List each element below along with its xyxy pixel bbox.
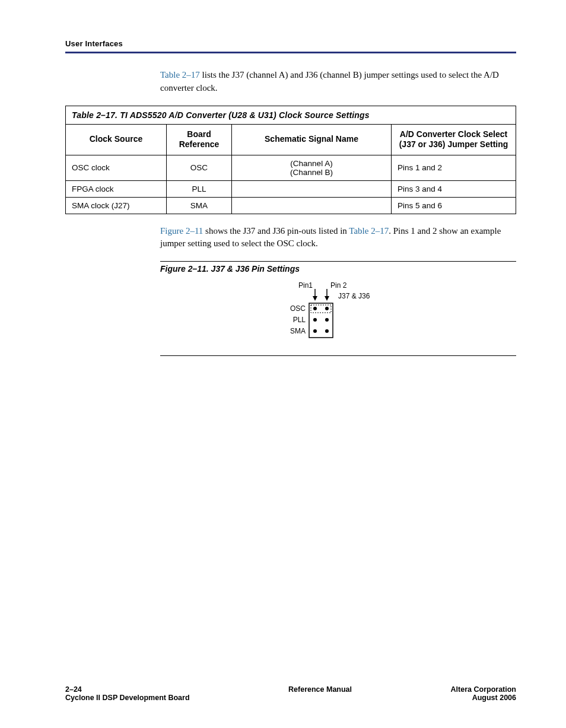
col-header-board-reference: Board Reference: [167, 124, 232, 155]
col4-line2: (J37 or J36) Jumper Setting: [399, 139, 508, 149]
cell-signal: (Channel A) (Channel B): [232, 155, 392, 180]
footer-doc-name: Cyclone II DSP Development Board: [65, 694, 190, 702]
pin1-label: Pin1: [298, 281, 313, 290]
footer-page-number: 2–24: [65, 685, 82, 694]
cell-board-ref: PLL: [167, 180, 232, 197]
cell-jumper-setting: Pins 3 and 4: [392, 180, 516, 197]
footer-left: 2–24 Cyclone II DSP Development Board: [65, 685, 190, 702]
footer-company: Altera Corporation: [451, 685, 516, 694]
col2-line2: Reference: [179, 139, 220, 149]
pin-dot-icon: [313, 307, 317, 310]
footer-right: Altera Corporation August 2006: [451, 685, 516, 702]
cell-board-ref: SMA: [167, 197, 232, 214]
col4-line1: A/D Converter Clock Select: [400, 129, 507, 139]
figure-area: Pin1 Pin 2 J37 & J36 OSC PLL SMA: [160, 274, 516, 356]
arrowhead-icon: [313, 296, 317, 301]
pin-dot-icon: [325, 318, 329, 322]
figure-caption: Figure 2–11. J37 & J36 Pin Settings: [160, 261, 516, 274]
cell-jumper-setting: Pins 5 and 6: [392, 197, 516, 214]
pin2-label: Pin 2: [330, 281, 347, 290]
mid-paragraph: Figure 2–11 shows the J37 and J36 pin-ou…: [160, 225, 516, 251]
page: User Interfaces Table 2–17 lists the J37…: [0, 0, 566, 728]
col-header-schematic-signal: Schematic Signal Name: [232, 124, 392, 155]
pin-settings-diagram: Pin1 Pin 2 J37 & J36 OSC PLL SMA: [276, 279, 400, 345]
sig-ch-b: (Channel B): [290, 168, 333, 177]
pin-dot-icon: [313, 318, 317, 322]
table-ref-link-2[interactable]: Table 2–17: [349, 226, 389, 236]
pin-dot-icon: [313, 329, 317, 333]
cell-clock-source: FPGA clock: [66, 180, 167, 197]
header-rule: [65, 52, 516, 53]
mid-text-1: shows the J37 and J36 pin-outs listed in: [203, 226, 349, 236]
footer-date: August 2006: [472, 694, 516, 702]
row-label-sma: SMA: [290, 327, 306, 335]
page-footer: 2–24 Cyclone II DSP Development Board Re…: [65, 685, 516, 702]
col2-line1: Board: [187, 129, 211, 139]
cell-signal: [232, 197, 392, 214]
figure-ref-link[interactable]: Figure 2–11: [160, 226, 203, 236]
cell-clock-source: SMA clock (J27): [66, 197, 167, 214]
footer-center-title: Reference Manual: [288, 685, 352, 694]
running-header: User Interfaces: [65, 39, 516, 48]
connector-label: J37 & J36: [338, 292, 370, 300]
intro-rest: lists the J37 (channel A) and J36 (chann…: [160, 70, 499, 93]
row-label-osc: OSC: [290, 304, 306, 313]
table-ref-link[interactable]: Table 2–17: [160, 70, 200, 80]
col-header-ad-converter-select: A/D Converter Clock Select (J37 or J36) …: [392, 124, 516, 155]
sig-ch-a: (Channel A): [290, 159, 332, 168]
col-header-clock-source: Clock Source: [66, 124, 167, 155]
pin-dot-icon: [325, 307, 329, 310]
arrowhead-icon: [325, 296, 329, 301]
intro-paragraph: Table 2–17 lists the J37 (channel A) and…: [160, 69, 516, 95]
table-row: FPGA clock PLL Pins 3 and 4: [66, 180, 516, 197]
cell-signal: [232, 180, 392, 197]
clock-source-settings-table: Table 2–17. TI ADS5520 A/D Converter (U2…: [65, 106, 516, 214]
footer-center: Reference Manual: [190, 685, 451, 702]
table-title: Table 2–17. TI ADS5520 A/D Converter (U2…: [66, 106, 516, 124]
connector-outline-icon: [309, 303, 333, 338]
pin-dot-icon: [325, 329, 329, 333]
cell-board-ref: OSC: [167, 155, 232, 180]
row-label-pll: PLL: [293, 316, 306, 324]
cell-clock-source: OSC clock: [66, 155, 167, 180]
cell-jumper-setting: Pins 1 and 2: [392, 155, 516, 180]
table-row: OSC clock OSC (Channel A) (Channel B) Pi…: [66, 155, 516, 180]
table-row: SMA clock (J27) SMA Pins 5 and 6: [66, 197, 516, 214]
